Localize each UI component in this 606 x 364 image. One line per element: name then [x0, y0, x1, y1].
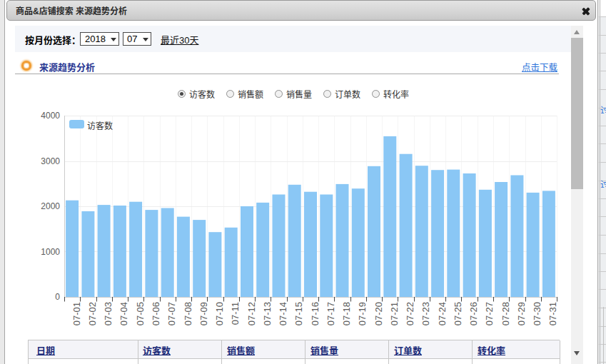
svg-text:07-12: 07-12 — [246, 302, 257, 325]
svg-text:07-25: 07-25 — [453, 302, 463, 325]
svg-text:3000: 3000 — [41, 156, 60, 166]
svg-text:07-20: 07-20 — [373, 302, 384, 325]
svg-text:07-10: 07-10 — [214, 302, 225, 325]
svg-text:07-26: 07-26 — [468, 302, 479, 325]
svg-text:07-22: 07-22 — [405, 302, 415, 325]
svg-text:07-02: 07-02 — [87, 302, 98, 325]
svg-text:07-29: 07-29 — [516, 302, 527, 325]
svg-text:07-16: 07-16 — [310, 302, 320, 325]
svg-text:4000: 4000 — [41, 111, 60, 121]
svg-text:07-21: 07-21 — [389, 302, 400, 325]
svg-text:1000: 1000 — [41, 247, 60, 257]
svg-text:07-19: 07-19 — [357, 302, 368, 325]
svg-text:07-13: 07-13 — [262, 302, 273, 325]
svg-text:07-30: 07-30 — [532, 302, 542, 325]
svg-text:07-15: 07-15 — [293, 302, 304, 325]
svg-text:07-18: 07-18 — [341, 302, 352, 325]
svg-text:07-03: 07-03 — [103, 302, 113, 325]
svg-text:07-11: 07-11 — [230, 302, 241, 325]
svg-text:07-17: 07-17 — [325, 302, 336, 325]
svg-text:07-27: 07-27 — [484, 302, 495, 325]
svg-text:07-04: 07-04 — [118, 302, 129, 325]
svg-text:07-05: 07-05 — [135, 302, 146, 325]
svg-text:07-09: 07-09 — [198, 302, 209, 325]
svg-text:07-08: 07-08 — [183, 302, 193, 325]
svg-text:07-14: 07-14 — [278, 302, 288, 325]
svg-text:07-31: 07-31 — [547, 302, 558, 325]
svg-text:0: 0 — [55, 292, 60, 302]
svg-text:07-23: 07-23 — [420, 302, 431, 325]
svg-text:07-28: 07-28 — [500, 302, 511, 325]
svg-text:07-01: 07-01 — [71, 302, 82, 325]
svg-text:07-06: 07-06 — [151, 302, 161, 325]
svg-text:2000: 2000 — [41, 201, 60, 211]
svg-text:07-24: 07-24 — [437, 302, 448, 325]
svg-text:07-07: 07-07 — [166, 302, 177, 325]
